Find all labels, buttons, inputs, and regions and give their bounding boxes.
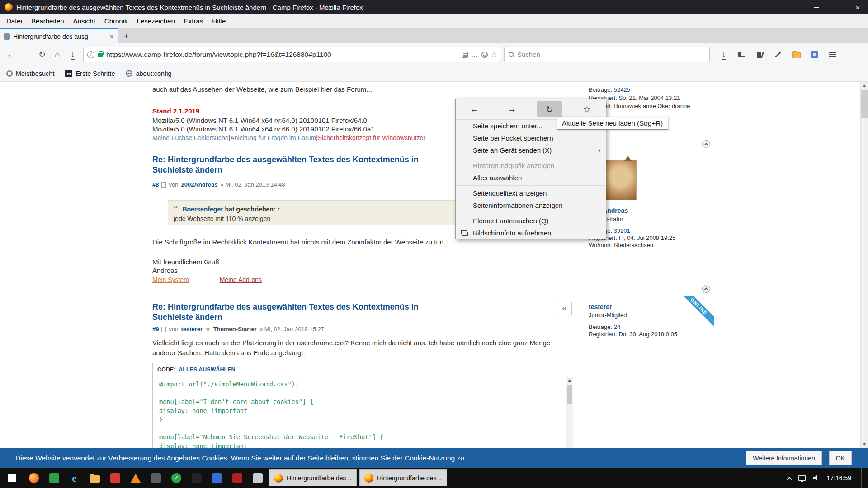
folder-toolbar-icon[interactable] bbox=[788, 47, 804, 62]
context-menu-item-an-geraet-senden[interactable]: Seite an Gerät senden (X) › bbox=[456, 144, 606, 156]
menubar-item-extras[interactable]: Extras bbox=[179, 15, 208, 27]
minimize-button[interactable] bbox=[806, 0, 826, 14]
back-icon[interactable]: ← bbox=[462, 101, 487, 117]
post9-profile-name[interactable]: testerer bbox=[589, 303, 612, 310]
taskbar-app-icon[interactable]: ✓ bbox=[166, 468, 186, 488]
cookie-info-button[interactable]: Weitere Informationen bbox=[746, 451, 821, 465]
taskbar-app-icon[interactable] bbox=[247, 468, 268, 488]
tab-close-icon[interactable]: × bbox=[109, 33, 114, 40]
context-menu-item-pocket-speichern[interactable]: Seite bei Pocket speichern bbox=[456, 132, 606, 144]
context-menu-item-hintergrundgrafik[interactable]: Hintergrundgrafik anzeigen bbox=[456, 160, 606, 172]
taskbar-app-icon[interactable] bbox=[44, 468, 64, 488]
taskbar-app-edge-icon[interactable]: e bbox=[64, 468, 85, 488]
posts-count-link[interactable]: 52425 bbox=[614, 86, 630, 93]
menubar-item-ansicht[interactable]: Ansicht bbox=[69, 15, 100, 27]
save-page-icon[interactable]: ↓ bbox=[65, 47, 80, 62]
new-tab-button[interactable]: + bbox=[118, 28, 134, 43]
bookmark-star-icon[interactable]: ☆ bbox=[575, 101, 600, 117]
code-scrollbar[interactable] bbox=[566, 377, 573, 448]
scroll-to-top-button[interactable] bbox=[702, 285, 710, 293]
back-icon[interactable]: ← bbox=[4, 47, 19, 62]
search-bar[interactable] bbox=[504, 47, 710, 62]
pen-tool-icon[interactable] bbox=[770, 47, 786, 62]
link-meine-fuechse[interactable]: Meine Füchse bbox=[152, 134, 192, 141]
code-scrollbar-thumb[interactable] bbox=[567, 385, 572, 404]
bookmark-meistbesucht[interactable]: Meistbesucht bbox=[6, 70, 54, 77]
quote-jump-arrow[interactable]: ↑ bbox=[277, 206, 280, 213]
taskbar-app-icon[interactable] bbox=[186, 468, 207, 488]
bookmark-about-config[interactable]: about:config bbox=[126, 70, 171, 77]
link-meine-addons[interactable]: Meine Add-ons bbox=[220, 276, 262, 283]
taskbar-app-icon[interactable] bbox=[105, 468, 125, 488]
context-menu-item-seitenquelltext[interactable]: Seitenquelltext anzeigen bbox=[456, 187, 606, 199]
cookie-ok-button[interactable]: OK bbox=[829, 451, 852, 465]
post8-author-link[interactable]: 2002Andreas bbox=[181, 181, 217, 188]
menu-hamburger-icon[interactable] bbox=[825, 47, 840, 62]
scroll-to-top-button[interactable] bbox=[702, 140, 710, 148]
maximize-button[interactable] bbox=[826, 0, 847, 14]
bookmark-erste-schritte[interactable]: m Erste Schritte bbox=[65, 70, 115, 77]
post9-number-link[interactable]: #9 bbox=[152, 326, 159, 333]
code-select-all-link[interactable]: ALLES AUSWÄHLEN bbox=[179, 366, 235, 373]
show-desktop-button[interactable] bbox=[861, 468, 864, 488]
post9-author-link[interactable]: testerer bbox=[181, 326, 203, 333]
context-menu-item-element-untersuchen[interactable]: Element untersuchen (Q) bbox=[456, 215, 606, 227]
extension-icon[interactable] bbox=[807, 47, 822, 62]
scroll-up-arrow-icon[interactable] bbox=[863, 84, 866, 87]
pocket-icon[interactable] bbox=[481, 52, 488, 58]
menubar-item-lesezeichen[interactable]: Lesezeichen bbox=[132, 15, 179, 27]
reader-mode-icon[interactable] bbox=[462, 52, 468, 58]
taskbar-app-explorer-icon[interactable] bbox=[85, 468, 105, 488]
close-button[interactable]: × bbox=[847, 0, 868, 14]
link-sicherheitskonzept[interactable]: Sicherheitskonzept für Windowsnutzer bbox=[318, 134, 425, 141]
context-menu-item-bildschirmfoto[interactable]: Bildschirmfoto aufnehmen bbox=[456, 227, 606, 239]
page-actions-icon[interactable]: … bbox=[471, 51, 478, 59]
quote-author-link[interactable]: Boersenfeger bbox=[182, 206, 223, 213]
post8-number-link[interactable]: #8 bbox=[152, 181, 159, 188]
search-input[interactable] bbox=[517, 51, 705, 58]
taskbar-app-firefox-icon[interactable] bbox=[24, 468, 44, 488]
link-mein-system[interactable]: Mein System bbox=[152, 276, 189, 283]
reload-icon[interactable]: ↻ bbox=[34, 47, 50, 62]
site-info-icon[interactable]: i bbox=[87, 51, 94, 58]
url-bar[interactable]: i … ☆ bbox=[83, 47, 501, 62]
lock-icon[interactable] bbox=[98, 53, 103, 57]
sidebars-icon[interactable] bbox=[734, 47, 750, 62]
menubar-item-datei[interactable]: Datei bbox=[2, 15, 27, 27]
taskbar-app-icon[interactable] bbox=[125, 468, 146, 488]
scroll-up-arrow-icon[interactable] bbox=[568, 379, 571, 382]
scroll-down-arrow-icon[interactable] bbox=[863, 443, 866, 446]
home-icon[interactable]: ⌂ bbox=[50, 47, 65, 62]
taskbar-clock[interactable]: 17:16:59 bbox=[827, 474, 852, 482]
tray-chevron-up-icon[interactable] bbox=[787, 477, 792, 482]
taskbar-window-button-1[interactable]: Hintergrundfarbe des ... bbox=[269, 469, 357, 486]
library-icon[interactable] bbox=[752, 47, 768, 62]
downloads-icon[interactable]: ↓ bbox=[716, 47, 731, 62]
posts-count-link[interactable]: 39201 bbox=[614, 227, 630, 234]
link-anleitung[interactable]: Anleitung für Fragen im Forum bbox=[230, 134, 316, 141]
taskbar-app-icon[interactable] bbox=[227, 468, 247, 488]
url-input[interactable] bbox=[106, 51, 459, 59]
bookmark-star-icon[interactable]: ☆ bbox=[491, 50, 497, 59]
link-fehlersuche[interactable]: Fehlersuche bbox=[194, 134, 229, 141]
taskbar-app-icon[interactable] bbox=[207, 468, 227, 488]
context-menu-item-alles-auswaehlen[interactable]: Alles auswählen bbox=[456, 172, 606, 184]
taskbar-app-icon[interactable] bbox=[146, 468, 166, 488]
taskbar-window-button-2[interactable]: Hintergrundfarbe des ... bbox=[359, 469, 447, 486]
menubar-item-bearbeiten[interactable]: Bearbeiten bbox=[27, 15, 69, 27]
menubar-item-hilfe[interactable]: Hilfe bbox=[208, 15, 230, 27]
forward-icon[interactable]: → bbox=[500, 101, 525, 117]
forward-icon[interactable]: → bbox=[19, 47, 34, 62]
post9-title[interactable]: Re: Hintergrundfarbe des ausgewählten Te… bbox=[152, 302, 446, 323]
menubar-item-chronik[interactable]: Chronik bbox=[100, 15, 132, 27]
post8-title[interactable]: Re: Hintergrundfarbe des ausgewählten Te… bbox=[152, 155, 446, 176]
network-icon[interactable] bbox=[798, 475, 806, 481]
page-scrollbar[interactable] bbox=[860, 82, 868, 448]
posts-count-link[interactable]: 24 bbox=[614, 324, 620, 330]
browser-tab[interactable]: Hintergrundfarbe des ausg × bbox=[0, 28, 118, 43]
reload-icon[interactable]: ↻ bbox=[537, 101, 562, 117]
context-menu-item-seiteninformationen[interactable]: Seiteninformationen anzeigen bbox=[456, 199, 606, 211]
quote-post-button[interactable]: “ bbox=[557, 301, 572, 316]
speaker-icon[interactable] bbox=[813, 475, 820, 481]
start-button[interactable] bbox=[0, 468, 24, 488]
